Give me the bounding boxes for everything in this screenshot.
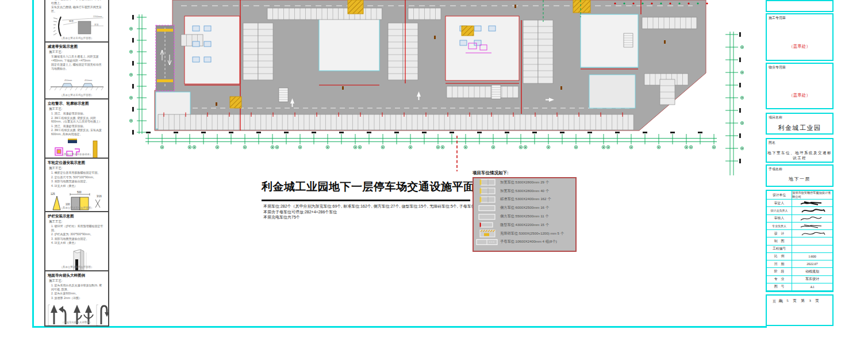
info-row-value <box>792 223 832 229</box>
info-row-value <box>792 200 832 206</box>
panel-note-label: 施工工艺: <box>49 220 105 224</box>
drawing-name-value: 地下室车位、地坪系统及交通标识工程 <box>767 151 832 161</box>
drawing-name: 图名地下室车位、地坪系统及交通标识工程 <box>766 138 834 163</box>
legend-icon-cell <box>474 187 500 195</box>
page-number-panel: 页 码共 5 页 第 3 页 <box>766 294 834 326</box>
sheet-border-left <box>32 0 34 328</box>
panel-note: 2. 3M工程级反光膜, 背胶反光, 间距600mm,（位置见出入口及转弯柱面上… <box>51 116 103 124</box>
sidebar-panel: 立柱警示、轮廓标示意图施工工艺:1. 清洁、底漆处理后张贴。2. 3M工程级反光… <box>44 98 109 159</box>
info-row: 比 例1:600 <box>767 253 832 260</box>
panel-note-label: 施工工艺: <box>49 279 105 283</box>
info-row-label: 审定人 <box>767 200 792 206</box>
panel-note: 固定在混凝土上, 螺栓固定牢固无松动且与地面贴合。 <box>51 63 103 70</box>
stall-accessible-icon <box>475 229 498 237</box>
panel-title: 地面导向箭头大样图例 <box>48 273 106 278</box>
drawing-name-label: 图名 <box>769 140 775 145</box>
info-row-label: 图 号 <box>767 283 792 290</box>
info-row-label: 设计总负责人 <box>767 207 792 214</box>
info-row-label: 比 例 <box>767 253 792 260</box>
page-value: 共 5 页 第 3 页 <box>767 298 832 304</box>
info-row-value <box>792 215 832 222</box>
title-underline <box>262 200 470 201</box>
legend-item: 侧方车位:6000X2500mm 16 个 <box>474 204 575 212</box>
info-row-value <box>792 237 832 244</box>
info-row-label: 工程编号 <box>767 246 792 252</box>
stall-standard-icon <box>475 195 498 204</box>
info-row-value: 动线规划 <box>792 268 832 275</box>
info-row: 审定人 <box>767 200 832 207</box>
stall-side-icon <box>475 213 498 221</box>
stall-micro-icon <box>475 221 498 229</box>
panel-drawing: 2200mm 镜面 支架 <box>45 14 108 39</box>
sub-item-name-label: 子项名称 <box>769 167 782 172</box>
panel-note: 3. 涂层厚 2mm（详图） <box>51 296 103 300</box>
panel-note: 4. 详见大样（黄色） <box>51 241 103 245</box>
panel-note: 1. 清洁、底漆处理后张贴。 <box>51 112 103 116</box>
signature-scribble <box>798 223 826 229</box>
legend-item: 加宽车位:5300X2800mm 29 个 <box>474 178 575 187</box>
panel-caption: （车道导向箭头大样图例） <box>45 321 108 324</box>
panel-note: 3. 底部与地面无缝贴合固定。 <box>51 237 103 241</box>
stamp-here-text: （盖章处） <box>767 44 832 49</box>
info-row: 图 号A1 <box>767 283 832 291</box>
svg-text:100: 100 <box>66 203 70 206</box>
signature-scribble <box>798 207 826 214</box>
info-row-label: 制 图 <box>767 237 792 244</box>
stamp-panel: 物业专用章（盖章处） <box>766 63 834 109</box>
info-row-value: A1 <box>792 283 832 290</box>
detail-panel-sidebar: 1. 在车道盲区 (990°) 弯道转角及出入口柱面上,安装反光凸面镜, 确保行… <box>44 0 109 327</box>
info-row-label: 专 业 <box>767 276 792 283</box>
panel-note: 2. 3M工程级反光膜, 背胶反光, 安装高度 600mm, 具体由现场定。 <box>51 128 103 136</box>
panel-title: 车轮定位器安装示意图 <box>48 160 106 166</box>
panel-note: 2. 箭头长度600mm。 <box>51 292 103 296</box>
info-row: 审核人 <box>767 215 832 223</box>
panel-note: 4. 详见大样（黄色） <box>51 184 103 188</box>
sub-item-name-value: 地下一层 <box>767 176 832 182</box>
info-table: 设计单位深圳市创安顺停车规划设计有限公司审定人设计总负责人审核人专业负责人设 计… <box>766 190 834 292</box>
info-row: 专业负责人 <box>767 223 832 230</box>
legend-icon-cell <box>474 178 500 186</box>
legend-icon-cell <box>474 229 500 237</box>
panel-note-label: 施工工艺: <box>49 166 105 170</box>
project-name: 项目名称利金城工业园 <box>766 113 834 135</box>
panel-note: 1. 镀锌管（护栏柱）采用预埋螺栓固定牢固。 <box>51 224 103 232</box>
drawing-sheet: { "sheet": {"border_color": "#00e2e2"}, … <box>0 0 868 345</box>
signature-scribble <box>798 215 826 222</box>
svg-text:2200mm: 2200mm <box>93 15 102 18</box>
info-row-label: 审核人 <box>767 215 792 222</box>
info-row-label: 日 期 <box>767 260 792 267</box>
sidebar-panel: 1. 在车道盲区 (990°) 弯道转角及出入口柱面上,安装反光凸面镜, 确保行… <box>44 0 109 43</box>
entry-ramp-icon <box>156 25 174 91</box>
sidebar-panel: 护栏安装示意图施工工艺:1. 镀锌管（护栏柱）采用预埋螺栓固定牢固。2. 护栏高… <box>44 211 109 271</box>
info-row: 设 计 <box>767 230 832 237</box>
legend-icon-cell <box>474 204 500 212</box>
svg-text:450mm: 450mm <box>64 79 72 82</box>
panel-note: 1. 清洁、底漆处理后张贴。 <box>51 124 103 128</box>
stall-side-icon <box>475 204 498 212</box>
svg-text:125: 125 <box>51 193 55 195</box>
speed-bump-section: 450mm450mm <box>48 72 106 93</box>
info-row: 设计总负责人 <box>767 207 832 214</box>
info-row: 专 业车库设计 <box>767 276 832 283</box>
legend-icon-cell <box>474 238 500 246</box>
legend-item: 加宽车位:5300X2800mm 40 个 <box>474 187 575 195</box>
sub-item-name: 子项名称地下一层 <box>766 164 834 187</box>
stamp-panel-label: 施工专用章 <box>769 16 786 21</box>
legend-item-label: 加宽车位:5300X2800mm 40 个 <box>500 189 549 194</box>
legend-item-label: 微型车位:4300X2200mm 15 个 <box>500 223 549 228</box>
stamp-here-text: （盖章处） <box>767 93 832 98</box>
info-row: 阶 段动线规划 <box>767 268 832 275</box>
info-row-label: 阶 段 <box>767 268 792 275</box>
legend-item-label: 子母车位:10600X2400mm 4 组(8个) <box>500 239 557 244</box>
project-name-label: 项目名称 <box>769 115 782 120</box>
legend-item: 侧方车位:5500X2500mm 11 个 <box>474 212 575 221</box>
legend-item-label: 侧方车位:5500X2500mm 11 个 <box>500 214 548 219</box>
legend-icon-cell <box>474 213 500 221</box>
panel-note: 2. 护栏高度为: 300*500*90mm。 <box>51 232 103 236</box>
panel-title: 立柱警示、轮廓标示意图 <box>48 101 106 106</box>
legend-icon-cell <box>474 221 500 229</box>
legend-item: 子母车位:10600X2400mm 4 组(8个) <box>474 238 575 247</box>
legend-item-label: 侧方车位:6000X2500mm 16 个 <box>500 205 549 210</box>
info-row: 设计单位深圳市创安顺停车规划设计有限公司 <box>767 191 832 200</box>
legend-item-label: 无障碍车位:5300X(2500+1200) mm 5 个 <box>500 231 564 236</box>
